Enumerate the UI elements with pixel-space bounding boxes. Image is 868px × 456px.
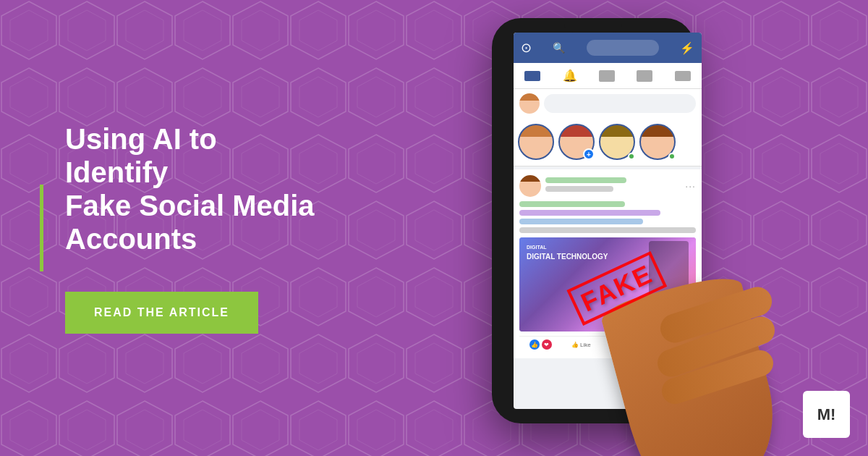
story-add-icon: + [583,148,595,160]
story-3[interactable] [599,124,635,160]
post-time-line [545,186,613,192]
online-dot-4 [668,153,676,160]
logo-badge: M! [803,391,850,438]
read-article-button[interactable]: READ THE ARTICLE [65,292,258,334]
post-text-line1 [519,201,625,207]
article-title: Using AI to Identify Fake Social Media A… [65,122,318,256]
post-text-line2 [519,210,660,216]
friends-icon [637,70,652,82]
story-1[interactable] [518,124,554,160]
post-user-avatar [519,175,541,197]
left-panel: Using AI to Identify Fake Social Media A… [0,79,362,377]
like-reactions: 👍 ❤ [529,339,552,350]
like-button[interactable]: 👍 Like [571,339,591,350]
post-header: ··· [519,175,696,197]
post-user-info [545,177,681,195]
user-avatar-small [519,93,540,114]
logo-text: M! [817,405,836,424]
fb-search-row [514,89,702,118]
post-image-subtitle: DIGITAL [527,245,608,250]
story-2[interactable]: + [558,124,595,160]
accent-bar [40,185,43,271]
messenger-icon: ⚡ [680,41,694,55]
fb-nav: 🔔 [514,63,702,89]
right-panel: ⊙ 🔍 ⚡ 🔔 [362,0,868,456]
heart-icon-red: ❤ [542,339,552,350]
fb-header: ⊙ 🔍 ⚡ [514,33,702,63]
bell-nav-area: 🔔 [563,69,577,83]
fb-stories-row: + [514,118,702,166]
story-4[interactable] [639,124,676,160]
post-text-line3 [519,219,643,224]
phone-mockup: ⊙ 🔍 ⚡ 🔔 [477,11,709,431]
fb-what-on-mind[interactable] [544,94,696,113]
groups-icon [599,70,615,82]
fb-search-bar[interactable] [587,40,659,56]
online-dot-3 [628,153,635,160]
phone-notch [564,18,622,33]
camera-icon: ⊙ [521,40,532,56]
menu-icon[interactable] [675,71,691,81]
home-nav-icon[interactable] [524,71,540,81]
like-icon: 👍 [571,342,579,348]
like-icon-blue: 👍 [529,339,540,350]
search-icon: 🔍 [553,42,565,54]
post-name-line [545,177,626,183]
page-container: Using AI to Identify Fake Social Media A… [0,0,868,456]
bell-icon: 🔔 [563,69,577,82]
post-text [519,201,696,233]
post-more-options[interactable]: ··· [685,180,696,192]
post-text-line4 [519,227,696,233]
